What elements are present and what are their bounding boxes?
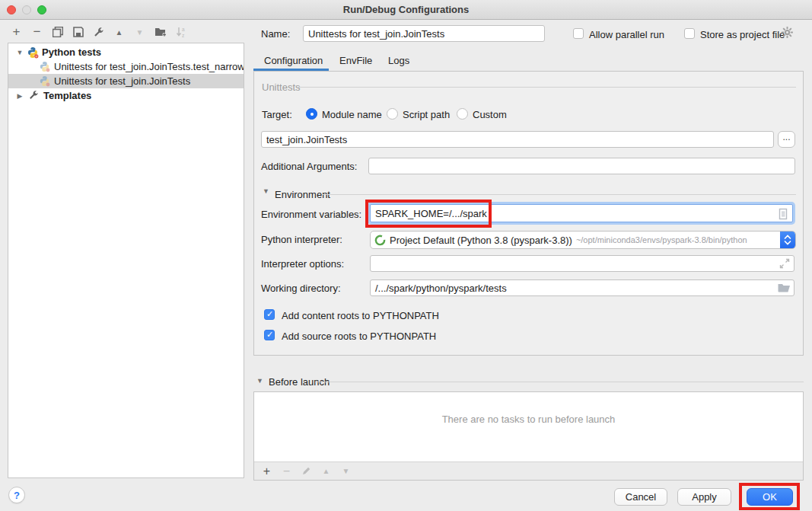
wrench-icon xyxy=(28,90,40,102)
gear-icon[interactable] xyxy=(781,26,794,42)
move-up-icon: ▲ xyxy=(320,465,333,477)
move-down-icon: ▼ xyxy=(133,26,146,39)
remove-icon: − xyxy=(280,465,293,477)
python-tests-icon xyxy=(39,61,51,73)
apply-button[interactable]: Apply xyxy=(677,488,731,506)
tab-envfile[interactable]: EnvFile xyxy=(339,55,372,66)
title-bar: Run/Debug Configurations xyxy=(0,0,812,20)
tree-item-unittests-jointests[interactable]: Unittests for test_join.JoinTests xyxy=(8,74,244,88)
configurations-toolbar: + − ▲ ▼ az xyxy=(10,24,195,40)
store-as-project-file-label: Store as project file xyxy=(700,29,785,40)
tab-configuration[interactable]: Configuration xyxy=(264,55,323,66)
before-launch-empty-text: There are no tasks to run before launch xyxy=(254,414,803,425)
tree-item-label: Python tests xyxy=(42,46,101,58)
add-content-roots-checkbox[interactable] xyxy=(264,309,275,320)
target-label: Target: xyxy=(262,109,292,120)
tree-item-unittests-test-narrow[interactable]: Unittests for test_join.JoinTests.test_n… xyxy=(8,59,244,74)
environment-variables-value: SPARK_HOME=/.../spark xyxy=(375,208,487,219)
working-directory-value: /.../spark/python/pyspark/tests xyxy=(375,283,507,294)
target-custom-label[interactable]: Custom xyxy=(473,109,507,120)
interpreter-options-label: Interpreter options: xyxy=(261,258,344,270)
tree-item-label: Unittests for test_join.JoinTests.test_n… xyxy=(54,61,244,72)
tab-logs[interactable]: Logs xyxy=(388,55,409,66)
target-script-path-label[interactable]: Script path xyxy=(403,109,450,120)
before-launch-toolbar: + − ▲ ▼ xyxy=(254,461,803,480)
python-interpreter-value: Project Default (Python 3.8 (pyspark-3.8… xyxy=(390,235,572,246)
configurations-tree: ▼ Python tests Unittests for test_join.J… xyxy=(8,43,244,478)
add-source-roots-checkbox[interactable] xyxy=(264,330,275,340)
tree-item-python-tests[interactable]: ▼ Python tests xyxy=(8,45,244,59)
python-tests-icon xyxy=(27,46,39,59)
python-interpreter-label: Python interpreter: xyxy=(261,234,342,245)
python-interpreter-path: ~/opt/miniconda3/envs/pyspark-3.8/bin/py… xyxy=(576,235,747,244)
sort-alphabetically-icon: az xyxy=(174,26,187,39)
working-directory-label: Working directory: xyxy=(261,283,341,294)
environment-separator xyxy=(323,194,796,195)
svg-text:z: z xyxy=(182,33,184,38)
cancel-button[interactable]: Cancel xyxy=(614,488,667,506)
interpreter-options-input[interactable] xyxy=(370,255,794,272)
remove-icon[interactable]: − xyxy=(30,26,43,39)
allow-parallel-run-checkbox[interactable] xyxy=(573,28,584,39)
expand-field-icon[interactable] xyxy=(779,258,790,272)
environment-variables-label: Environment variables: xyxy=(261,209,361,220)
before-launch-task-list: There are no tasks to run before launch … xyxy=(253,391,804,481)
additional-arguments-input[interactable] xyxy=(368,158,795,174)
environment-variables-input[interactable]: SPARK_HOME=/.../spark xyxy=(370,204,793,222)
edit-pencil-icon xyxy=(300,465,313,477)
target-custom-radio[interactable] xyxy=(457,108,468,120)
python-interpreter-select[interactable]: Project Default (Python 3.8 (pyspark-3.8… xyxy=(370,231,796,249)
add-icon[interactable]: + xyxy=(10,26,23,39)
new-folder-icon[interactable] xyxy=(154,26,167,39)
add-icon[interactable]: + xyxy=(260,465,273,477)
help-button[interactable]: ? xyxy=(8,487,25,503)
list-browse-icon[interactable] xyxy=(777,208,789,222)
target-module-name-label[interactable]: Module name xyxy=(322,109,382,120)
add-content-roots-label[interactable]: Add content roots to PYTHONPATH xyxy=(282,310,439,321)
save-icon[interactable] xyxy=(72,26,84,39)
move-up-icon[interactable]: ▲ xyxy=(113,26,126,39)
target-module-name-radio[interactable] xyxy=(306,108,317,120)
tree-item-label: Unittests for test_join.JoinTests xyxy=(54,75,190,87)
window-title: Run/Debug Configurations xyxy=(0,0,812,20)
module-name-input[interactable] xyxy=(261,131,774,148)
working-directory-input[interactable]: /.../spark/python/pyspark/tests xyxy=(370,279,794,296)
additional-arguments-label: Additional Arguments: xyxy=(261,161,357,172)
move-down-icon: ▼ xyxy=(339,465,352,477)
edit-templates-icon[interactable] xyxy=(92,26,105,39)
tree-item-label: Templates xyxy=(43,90,91,101)
copy-icon[interactable] xyxy=(51,26,64,39)
name-input[interactable] xyxy=(303,25,545,42)
folder-icon[interactable] xyxy=(778,282,791,296)
target-script-path-radio[interactable] xyxy=(387,108,398,120)
before-launch-separator xyxy=(315,382,804,382)
collapse-triangle-icon[interactable]: ▼ xyxy=(256,377,263,385)
svg-text:a: a xyxy=(182,27,185,32)
chevron-right-icon[interactable]: ▶ xyxy=(16,92,24,100)
conda-python-icon xyxy=(374,235,386,246)
ok-button[interactable]: OK xyxy=(747,488,793,506)
add-source-roots-label[interactable]: Add source roots to PYTHONPATH xyxy=(282,331,436,342)
unittests-group-separator xyxy=(298,87,796,88)
collapse-triangle-icon[interactable]: ▼ xyxy=(263,187,269,195)
tree-item-templates[interactable]: ▶ Templates xyxy=(8,88,244,103)
name-label: Name: xyxy=(261,28,290,40)
python-tests-icon xyxy=(39,75,51,88)
browse-module-button[interactable]: ... xyxy=(778,131,795,148)
select-stepper-icon[interactable] xyxy=(780,231,795,249)
unittests-group-title: Unittests xyxy=(262,81,301,93)
chevron-down-icon[interactable]: ▼ xyxy=(16,49,24,56)
store-as-project-file-checkbox[interactable] xyxy=(684,28,695,39)
allow-parallel-run-label: Allow parallel run xyxy=(589,29,664,40)
run-debug-configurations-dialog: Run/Debug Configurations + − ▲ ▼ az ▼ xyxy=(0,0,812,511)
